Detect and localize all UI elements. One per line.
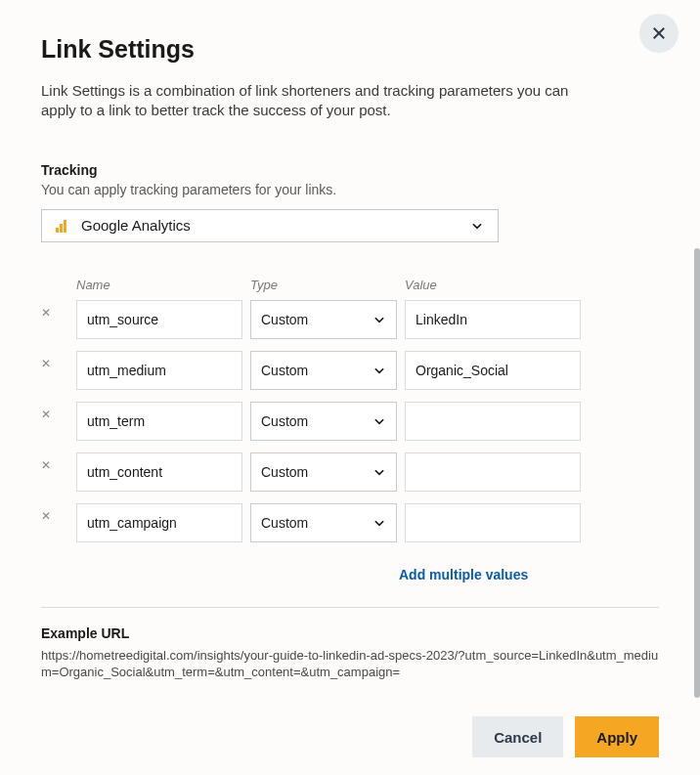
add-multiple-values-link[interactable]: Add multiple values: [399, 567, 528, 582]
param-type-select[interactable]: Custom: [250, 351, 397, 390]
param-rows-container: ✕Custom✕Custom✕Custom✕Custom✕Custom: [41, 300, 659, 554]
param-type-label: Custom: [261, 515, 308, 531]
remove-param-button[interactable]: ✕: [41, 503, 68, 523]
param-type-select[interactable]: Custom: [250, 503, 397, 542]
modal-title: Link Settings: [41, 35, 659, 64]
scrollbar-thumb[interactable]: [694, 248, 700, 698]
param-row: ✕Custom: [41, 503, 659, 542]
link-settings-modal: Link Settings Link Settings is a combina…: [0, 0, 700, 775]
remove-param-button[interactable]: ✕: [41, 452, 68, 472]
param-column-headers: Name Type Value: [41, 278, 659, 292]
param-name-input[interactable]: [76, 452, 242, 492]
param-type-label: Custom: [261, 363, 308, 378]
param-type-select[interactable]: Custom: [250, 452, 397, 492]
column-header-name: Name: [76, 278, 242, 292]
param-type-label: Custom: [261, 413, 308, 429]
param-value-input[interactable]: [405, 300, 581, 339]
param-row: ✕Custom: [41, 402, 659, 441]
chevron-down-icon: [470, 219, 484, 233]
modal-description: Link Settings is a combination of link s…: [41, 81, 569, 121]
google-analytics-icon: [56, 219, 69, 233]
cancel-button[interactable]: Cancel: [472, 716, 563, 757]
chevron-down-icon: [372, 364, 386, 377]
example-url-value: https://hometreedigital.com/insights/you…: [41, 647, 659, 681]
remove-param-button[interactable]: ✕: [41, 351, 68, 370]
param-name-input[interactable]: [76, 300, 242, 339]
param-value-input[interactable]: [405, 402, 581, 441]
tracking-provider-label: Google Analytics: [81, 217, 191, 234]
param-name-input[interactable]: [76, 503, 242, 542]
tracking-sublabel: You can apply tracking parameters for yo…: [41, 182, 659, 197]
param-row: ✕Custom: [41, 300, 659, 339]
chevron-down-icon: [372, 465, 386, 479]
tracking-provider-select[interactable]: Google Analytics: [41, 209, 499, 242]
remove-param-button[interactable]: ✕: [41, 402, 68, 421]
param-type-label: Custom: [261, 312, 308, 327]
param-type-select[interactable]: Custom: [250, 300, 397, 339]
close-button[interactable]: [639, 14, 678, 53]
tracking-label: Tracking: [41, 162, 659, 178]
param-type-label: Custom: [261, 464, 308, 480]
close-icon: [650, 24, 668, 42]
remove-param-button[interactable]: ✕: [41, 300, 68, 320]
chevron-down-icon: [372, 516, 386, 530]
chevron-down-icon: [372, 313, 386, 326]
param-row: ✕Custom: [41, 351, 659, 390]
modal-footer: Cancel Apply: [41, 701, 659, 775]
param-type-select[interactable]: Custom: [250, 402, 397, 441]
apply-button[interactable]: Apply: [575, 716, 659, 757]
example-url-label: Example URL: [41, 625, 659, 641]
column-header-value: Value: [405, 278, 581, 292]
chevron-down-icon: [372, 414, 386, 428]
param-name-input[interactable]: [76, 351, 242, 390]
param-value-input[interactable]: [405, 503, 581, 542]
param-name-input[interactable]: [76, 402, 242, 441]
column-header-type: Type: [250, 278, 397, 292]
divider: [41, 607, 659, 608]
param-row: ✕Custom: [41, 452, 659, 492]
param-value-input[interactable]: [405, 351, 581, 390]
param-value-input[interactable]: [405, 452, 581, 492]
